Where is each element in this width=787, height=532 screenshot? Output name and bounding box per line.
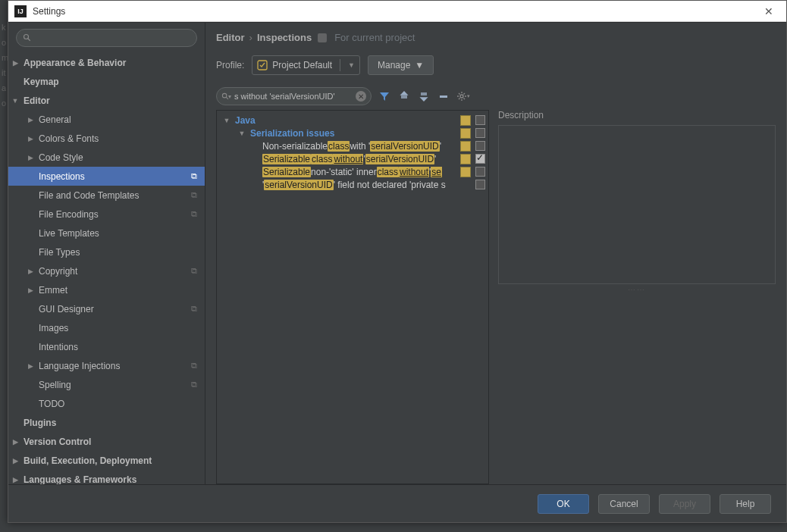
sidebar-item-keymap[interactable]: Keymap (8, 72, 205, 91)
sidebar-item-copyright[interactable]: ▶Copyright⧉ (8, 261, 205, 280)
project-scope-icon: ⧉ (191, 190, 197, 200)
manage-label: Manage (378, 60, 410, 70)
sidebar-item-label: GUI Designer (39, 304, 94, 315)
svg-rect-5 (440, 95, 447, 98)
sidebar-item-label: File and Code Templates (39, 190, 140, 201)
breadcrumb-for-project: For current project (334, 32, 415, 43)
search-highlight: Serializable (262, 167, 311, 177)
sidebar-item-label: Keymap (24, 77, 59, 87)
inspection-category-java[interactable]: ▼ Java (217, 114, 488, 127)
manage-profiles-button[interactable]: Manage ▼ (368, 55, 434, 75)
svg-point-3 (222, 93, 227, 98)
search-highlight: Serializable (262, 154, 311, 164)
inspection-tree[interactable]: ▼ Java ▼ Serialization issues Non-serial… (216, 110, 489, 484)
clear-search-icon[interactable]: ✕ (356, 91, 366, 102)
sidebar-item-label: Language Injections (39, 361, 120, 371)
sidebar-item-label: Spelling (39, 380, 71, 390)
search-highlight: without (333, 154, 363, 164)
sidebar-item-spelling[interactable]: Spelling⧉ (8, 375, 205, 394)
sidebar-item-label: Live Templates (39, 228, 99, 239)
help-button[interactable]: Help (720, 494, 771, 514)
cancel-button[interactable]: Cancel (598, 494, 650, 514)
inspection-category-label: Java (235, 115, 256, 126)
project-scope-icon: ⧉ (191, 171, 197, 181)
inspection-search-input[interactable]: ▾ s without 'serialVersionUID' ✕ (216, 87, 372, 105)
sidebar-item-label: Inspections (39, 171, 85, 182)
ok-button[interactable]: OK (538, 494, 589, 514)
breadcrumb: Editor › Inspections For current project (216, 32, 786, 43)
resize-grip[interactable]: ⋯⋯ (498, 286, 776, 294)
project-scope-icon: ⧉ (191, 361, 197, 371)
chevron-down-icon: ▼ (238, 130, 246, 137)
sidebar-item-appearance-behavior[interactable]: ▶Appearance & Behavior (8, 53, 205, 72)
settings-content: Editor › Inspections For current project… (205, 23, 786, 484)
search-icon (23, 33, 32, 42)
sidebar-item-label: Emmet (39, 285, 67, 296)
sidebar-item-gui-designer[interactable]: GUI Designer⧉ (8, 299, 205, 318)
window-title: Settings (33, 6, 757, 17)
breadcrumb-sep: › (249, 32, 252, 43)
inspection-item[interactable]: Serializable class without 'serialVersio… (217, 152, 488, 165)
sidebar-item-label: General (39, 114, 71, 125)
project-scope-icon: ⧉ (191, 209, 197, 219)
sidebar-item-file-types[interactable]: File Types (8, 243, 205, 261)
sidebar-item-label: Code Style (39, 152, 83, 163)
sidebar-item-build-execution-deployment[interactable]: ▶Build, Execution, Deployment (8, 451, 205, 470)
filter-icon[interactable] (378, 89, 391, 103)
profile-label: Profile: (216, 60, 244, 70)
breadcrumb-inspections: Inspections (257, 32, 312, 43)
search-highlight: serialVersionUID (370, 141, 439, 152)
search-highlight: class (328, 141, 350, 152)
search-highlight: serialVersionUID (264, 180, 333, 190)
sidebar-item-emmet[interactable]: ▶Emmet (8, 280, 205, 299)
inspection-item[interactable]: 'serialVersionUID' field not declared 'p… (217, 178, 488, 191)
sidebar-item-language-injections[interactable]: ▶Language Injections⧉ (8, 356, 205, 375)
inspection-checkbox[interactable] (475, 154, 485, 164)
inspection-subcategory-label: Serialization issues (250, 128, 334, 139)
sidebar-item-plugins[interactable]: Plugins (8, 413, 205, 432)
settings-sidebar: ▶Appearance & BehaviorKeymap▼Editor▶Gene… (8, 23, 205, 484)
profile-selector[interactable]: Project Default ▼ (252, 55, 360, 75)
chevron-down-icon: ▼ (348, 61, 355, 69)
inspection-item[interactable]: Serializable non-'static' inner class wi… (217, 165, 488, 178)
sidebar-item-file-and-code-templates[interactable]: File and Code Templates⧉ (8, 186, 205, 205)
inspection-checkbox[interactable] (475, 141, 485, 151)
chevron-right-icon: ▶ (11, 476, 19, 483)
settings-gear-icon[interactable]: ▾ (456, 89, 470, 103)
collapse-all-icon[interactable] (417, 89, 431, 103)
inspection-checkbox[interactable] (475, 167, 485, 177)
sidebar-item-general[interactable]: ▶General (8, 110, 205, 129)
inspection-checkbox[interactable] (475, 180, 485, 189)
settings-dialog: IJ Settings ✕ ▶Appearance & BehaviorKeym… (8, 0, 787, 523)
severity-indicator[interactable] (460, 167, 471, 177)
sidebar-item-label: Languages & Frameworks (24, 474, 136, 485)
profile-value: Project Default (272, 60, 332, 70)
expand-all-icon[interactable] (397, 89, 411, 103)
sidebar-item-live-templates[interactable]: Live Templates (8, 224, 205, 243)
sidebar-item-code-style[interactable]: ▶Code Style (8, 148, 205, 167)
sidebar-item-inspections[interactable]: Inspections⧉ (8, 167, 205, 186)
apply-button[interactable]: Apply (659, 494, 710, 514)
project-scope-icon: ⧉ (191, 266, 197, 276)
sidebar-item-label: Intentions (39, 342, 78, 352)
sidebar-item-images[interactable]: Images (8, 318, 205, 337)
sidebar-item-todo[interactable]: TODO (8, 394, 205, 413)
severity-indicator[interactable] (460, 154, 471, 164)
inspection-subcategory-serialization[interactable]: ▼ Serialization issues (217, 127, 488, 139)
sidebar-item-editor[interactable]: ▼Editor (8, 91, 205, 110)
search-highlight: se (431, 167, 442, 177)
sidebar-item-intentions[interactable]: Intentions (8, 337, 205, 356)
close-button[interactable]: ✕ (757, 5, 780, 17)
inspection-item[interactable]: Non-serializable class with 'serialVersi… (217, 139, 488, 152)
sidebar-search-input[interactable] (16, 29, 197, 47)
chevron-down-icon: ▼ (11, 97, 19, 105)
severity-indicator[interactable] (460, 141, 471, 152)
sidebar-item-colors-fonts[interactable]: ▶Colors & Fonts (8, 129, 205, 148)
sidebar-item-label: Images (39, 323, 68, 333)
sidebar-item-version-control[interactable]: ▶Version Control (8, 432, 205, 451)
chevron-down-icon: ▼ (415, 60, 424, 70)
breadcrumb-editor: Editor (216, 32, 245, 43)
reset-icon[interactable] (437, 89, 450, 103)
sidebar-item-file-encodings[interactable]: File Encodings⧉ (8, 205, 205, 224)
sidebar-item-languages-frameworks[interactable]: ▶Languages & Frameworks (8, 470, 205, 484)
